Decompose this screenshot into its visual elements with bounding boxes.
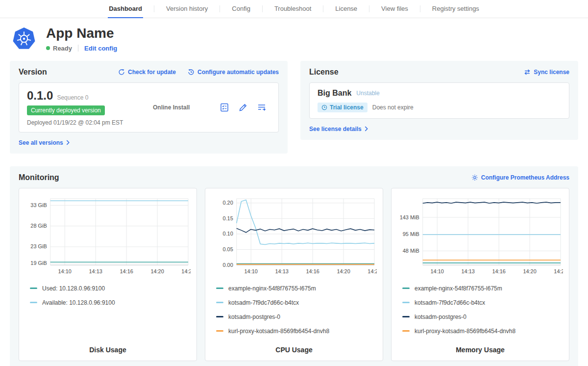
legend-label: Used: 10.128.0.96:9100 — [42, 285, 105, 292]
chart-title: Disk Usage — [25, 342, 191, 354]
install-type-label: Online Install — [153, 104, 190, 111]
tab-divider — [262, 5, 263, 12]
top-nav: DashboardVersion historyConfigTroublesho… — [0, 0, 588, 18]
license-card-title: License — [309, 68, 339, 77]
legend-dash-icon — [216, 302, 223, 303]
chart-title: CPU Usage — [211, 342, 377, 354]
legend-label: example-nginx-54f8f76755-l675m — [415, 285, 502, 292]
page-title: App Name — [46, 26, 117, 41]
app-header: App Name Ready Edit config — [0, 18, 588, 56]
svg-text:0.00: 0.00 — [222, 261, 233, 267]
see-all-versions-link[interactable]: See all versions — [19, 139, 70, 146]
svg-text:143 MiB: 143 MiB — [400, 214, 419, 220]
license-card: License Sync license Big Bank Unstable — [300, 61, 578, 140]
release-notes-icon[interactable] — [220, 103, 229, 112]
legend-label: Available: 10.128.0.96:9100 — [42, 299, 115, 306]
tab-divider — [323, 5, 323, 12]
tab-divider — [154, 5, 154, 12]
edit-yaml-icon[interactable] — [238, 103, 248, 112]
kubernetes-logo-icon — [12, 26, 36, 51]
trial-license-badge: Trial license — [318, 103, 368, 112]
check-for-update-link[interactable]: Check for update — [118, 69, 176, 76]
disk-usage-chart: 19 GiB23 GiB28 GiB33 GiB14:1014:1314:161… — [25, 194, 191, 280]
legend-item: kurl-proxy-kotsadm-8569fb6454-dnvh8 — [402, 328, 563, 335]
version-card: Version Check for update — [10, 61, 288, 154]
version-card-title: Version — [19, 68, 47, 77]
svg-text:14:13: 14:13 — [89, 268, 102, 274]
svg-text:14:20: 14:20 — [150, 268, 164, 274]
license-expiry: Does not expire — [372, 104, 414, 111]
svg-text:28 GiB: 28 GiB — [30, 223, 47, 229]
svg-text:14:10: 14:10 — [245, 268, 258, 274]
version-info: 0.1.0 Sequence 0 Currently deployed vers… — [27, 89, 123, 126]
svg-text:48 MiB: 48 MiB — [403, 248, 419, 254]
svg-text:0.10: 0.10 — [222, 231, 233, 236]
legend-dash-icon — [402, 302, 410, 303]
status-dot-icon — [46, 46, 50, 50]
legend-label: kotsadm-7f9dc7d66c-b4tcx — [415, 299, 485, 306]
see-license-details-label: See license details — [309, 126, 362, 132]
tab-divider — [369, 5, 369, 12]
svg-text:14:13: 14:13 — [275, 268, 289, 274]
svg-text:14:16: 14:16 — [306, 268, 319, 274]
chart-title: Memory Usage — [397, 342, 563, 354]
gear-icon — [471, 174, 478, 181]
svg-text:14:23: 14:23 — [368, 268, 377, 274]
svg-text:14:13: 14:13 — [462, 268, 475, 274]
tab-dashboard[interactable]: Dashboard — [108, 0, 143, 18]
version-actions — [220, 103, 270, 112]
license-box: Big Bank Unstable Trial license Does not… — [309, 82, 569, 119]
tab-troubleshoot[interactable]: Troubleshoot — [273, 0, 312, 18]
license-channel: Unstable — [356, 90, 379, 97]
tab-config[interactable]: Config — [231, 0, 251, 18]
deploy-logs-icon[interactable] — [257, 103, 267, 112]
legend-label: kurl-proxy-kotsadm-8569fb6454-dnvh8 — [228, 328, 329, 335]
version-sequence: Sequence 0 — [57, 94, 88, 101]
tab-divider — [220, 5, 220, 12]
tab-registry-settings[interactable]: Registry settings — [431, 0, 480, 18]
legend-item: kotsadm-postgres-0 — [402, 314, 563, 320]
legend-item: kurl-proxy-kotsadm-8569fb6454-dnvh8 — [216, 328, 377, 335]
edit-config-link[interactable]: Edit config — [84, 45, 117, 52]
memory-usage-chart: 48 MiB95 MiB143 MiB14:1014:1314:1614:201… — [397, 194, 563, 280]
sync-license-label: Sync license — [534, 69, 569, 76]
tab-license[interactable]: License — [334, 0, 358, 18]
clock-icon — [321, 105, 327, 110]
legend-dash-icon — [402, 288, 410, 289]
trial-license-label: Trial license — [330, 104, 364, 111]
svg-text:14:23: 14:23 — [181, 268, 191, 274]
legend-label: kotsadm-postgres-0 — [228, 314, 280, 320]
refresh-icon — [118, 69, 125, 76]
svg-text:14:23: 14:23 — [554, 268, 563, 274]
monitoring-card: Monitoring Configure Prometheus Address … — [10, 166, 578, 366]
svg-text:14:16: 14:16 — [492, 268, 505, 274]
vertical-divider — [78, 45, 78, 52]
charts-row: 19 GiB23 GiB28 GiB33 GiB14:1014:1314:161… — [19, 188, 569, 361]
legend-item: kotsadm-7f9dc7d66c-b4tcx — [402, 299, 563, 306]
configure-prometheus-link[interactable]: Configure Prometheus Address — [471, 174, 569, 181]
svg-text:33 GiB: 33 GiB — [30, 202, 47, 208]
legend-dash-icon — [402, 316, 410, 317]
legend-item: Used: 10.128.0.96:9100 — [30, 285, 191, 292]
svg-text:0.20: 0.20 — [222, 200, 233, 206]
sync-license-link[interactable]: Sync license — [524, 69, 569, 76]
configure-automatic-updates-label: Configure automatic updates — [197, 69, 279, 76]
legend-label: example-nginx-54f8f76755-l675m — [228, 285, 316, 292]
cpu-usage-chart: 0.000.050.100.150.2014:1014:1314:1614:20… — [211, 194, 377, 280]
monitoring-title: Monitoring — [19, 173, 59, 182]
see-license-details-link[interactable]: See license details — [309, 126, 368, 132]
svg-text:95 MiB: 95 MiB — [403, 231, 419, 237]
tab-view-files[interactable]: View files — [380, 0, 409, 18]
chevron-right-icon — [66, 140, 70, 145]
legend-label: kurl-proxy-kotsadm-8569fb6454-dnvh8 — [415, 328, 515, 335]
svg-text:23 GiB: 23 GiB — [30, 243, 47, 249]
check-for-update-label: Check for update — [128, 69, 176, 76]
tab-version-history[interactable]: Version history — [165, 0, 209, 18]
configure-prometheus-label: Configure Prometheus Address — [481, 174, 569, 181]
legend-item: kotsadm-7f9dc7d66c-b4tcx — [216, 299, 377, 306]
svg-text:19 GiB: 19 GiB — [30, 260, 47, 266]
see-all-versions-label: See all versions — [19, 139, 63, 146]
chart-legend: example-nginx-54f8f76755-l675mkotsadm-7f… — [216, 285, 377, 342]
legend-label: kotsadm-postgres-0 — [415, 314, 466, 320]
configure-automatic-updates-link[interactable]: Configure automatic updates — [188, 69, 279, 76]
